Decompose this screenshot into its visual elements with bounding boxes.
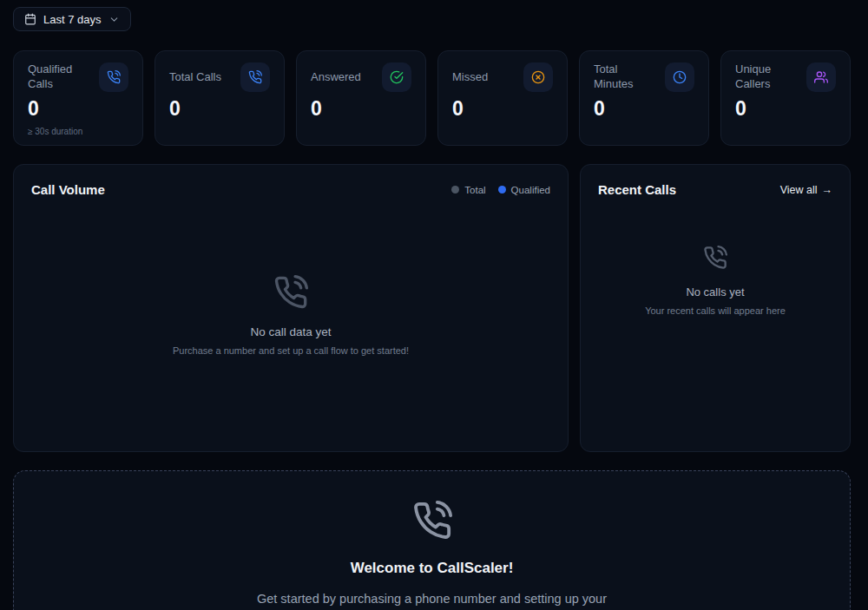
legend-label: Qualified [511,185,550,195]
stat-value: 0 [594,99,694,119]
top-toolbar: Last 7 days [13,7,851,31]
chevron-down-icon [108,14,120,25]
stat-sublabel: ≥ 30s duration [28,127,128,136]
date-range-button[interactable]: Last 7 days [13,7,131,31]
stat-value: 0 [28,99,128,119]
welcome-card: Welcome to CallScaler! Get started by pu… [13,470,851,610]
stats-row: Qualified Calls 0 ≥ 30s duration Total C… [13,50,851,146]
x-circle-icon [523,62,553,92]
stat-label: Missed [452,70,488,85]
legend-dot-total [451,186,459,193]
chart-legend: Total Qualified [451,185,550,195]
legend-item-qualified: Qualified [498,185,550,195]
stat-value: 0 [735,99,836,119]
stat-card-unique-callers: Unique Callers 0 [720,50,851,146]
stat-value: 0 [452,99,553,119]
empty-state-subtitle: Your recent calls will appear here [645,305,786,316]
view-all-label: View all [780,184,818,196]
stat-label: Answered [311,70,361,85]
stat-label: Total Calls [169,70,221,85]
stat-value: 0 [311,99,411,119]
call-volume-title: Call Volume [31,182,105,197]
call-volume-empty-state: No call data yet Purchase a number and s… [31,197,550,434]
welcome-body: Get started by purchasing a phone number… [246,589,619,610]
check-circle-icon [382,62,411,92]
stat-label: Total Minutes [594,62,660,92]
charts-row: Call Volume Total Qualified No call d [13,164,851,452]
legend-label: Total [464,185,485,195]
legend-item-total: Total [451,185,485,195]
stat-card-answered: Answered 0 [296,50,426,146]
view-all-link[interactable]: View all → [780,184,832,196]
phone-call-icon [240,62,270,92]
dashboard-page: Last 7 days Qualified Calls 0 ≥ 30s dura… [0,0,868,610]
empty-state-title: No calls yet [686,285,744,298]
stat-card-qualified-calls: Qualified Calls 0 ≥ 30s duration [13,50,143,146]
recent-calls-title: Recent Calls [598,182,676,197]
clock-icon [665,62,694,92]
empty-state-subtitle: Purchase a number and set up a call flow… [173,345,409,356]
empty-state-title: No call data yet [250,325,331,338]
phone-call-icon [412,501,452,544]
stat-card-missed: Missed 0 [437,50,568,146]
stat-label: Unique Callers [735,62,801,92]
stat-card-total-minutes: Total Minutes 0 [579,50,709,146]
recent-calls-panel: Recent Calls View all → No calls yet You… [580,164,851,452]
calendar-icon [24,13,36,25]
recent-calls-empty-state: No calls yet Your recent calls will appe… [598,197,832,434]
date-range-label: Last 7 days [43,13,102,26]
users-icon [806,62,836,92]
phone-call-icon [99,62,128,92]
phone-call-icon [273,275,308,313]
arrow-right-icon: → [822,184,833,196]
stat-label: Qualified Calls [28,62,94,92]
phone-call-icon [703,246,727,273]
call-volume-panel: Call Volume Total Qualified No call d [13,164,569,452]
welcome-title: Welcome to CallScaler! [351,560,514,577]
stat-card-total-calls: Total Calls 0 [155,50,285,146]
legend-dot-qualified [498,186,506,193]
stat-value: 0 [169,99,270,119]
